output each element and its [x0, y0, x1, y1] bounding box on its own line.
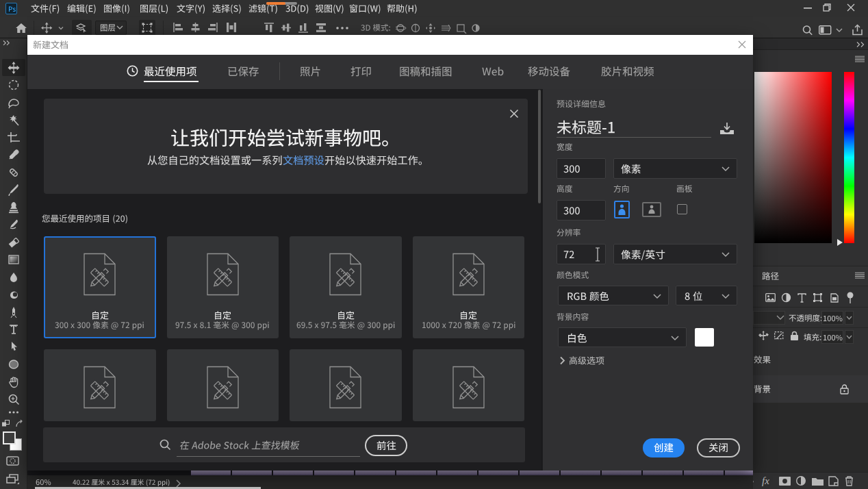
svg-text:fx: fx — [762, 475, 769, 486]
